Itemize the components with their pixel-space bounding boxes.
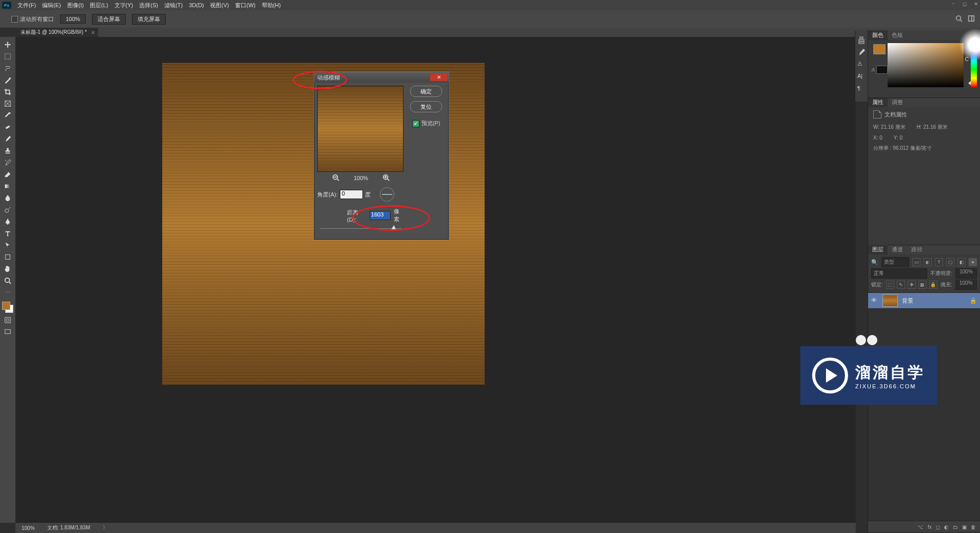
filter-type-icon[interactable]: T (935, 258, 943, 266)
layer-group-icon[interactable]: 🗀 (953, 524, 958, 530)
menu-3d[interactable]: 3D(D) (186, 1, 207, 9)
layer-lock-icon[interactable]: 🔒 (970, 298, 977, 304)
menu-select[interactable]: 选择(S) (136, 1, 161, 10)
heal-tool-icon[interactable] (2, 123, 13, 132)
document-tab[interactable]: 未标题-1 @ 100%(RGB/8#) * ✕ (15, 28, 98, 37)
lock-pixels-icon[interactable]: ✎ (897, 281, 905, 289)
frame-tool-icon[interactable] (2, 99, 13, 108)
brush-panel-icon[interactable] (857, 48, 866, 56)
filter-pixel-icon[interactable]: ▭ (912, 258, 920, 266)
fit-screen-button[interactable]: 适合屏幕 (92, 14, 126, 25)
color-foreground-swatch[interactable] (873, 44, 886, 54)
zoom-out-icon[interactable] (332, 174, 339, 182)
screenmode-icon[interactable] (2, 327, 13, 337)
distance-slider[interactable] (320, 225, 401, 232)
search-layers-icon[interactable]: 🔍 (871, 259, 878, 266)
tab-layers[interactable]: 图层 (868, 245, 888, 254)
path-select-icon[interactable] (2, 241, 13, 250)
menu-image[interactable]: 图像(I) (64, 1, 87, 10)
lasso-tool-icon[interactable] (2, 64, 13, 73)
scroll-all-checkbox[interactable]: 滚动所有窗口 (11, 15, 54, 23)
filter-toggle-icon[interactable]: ● (969, 258, 977, 266)
menu-help[interactable]: 帮助(H) (259, 1, 284, 10)
new-layer-icon[interactable]: ▣ (962, 524, 967, 530)
menu-filter[interactable]: 滤镜(T) (161, 1, 186, 10)
lock-all-icon[interactable]: ⬚ (886, 281, 894, 289)
angle-input[interactable]: 0 (340, 190, 363, 199)
hand-tool2-icon[interactable] (2, 264, 13, 273)
link-layers-icon[interactable]: ⌥ (917, 524, 924, 530)
stamp-tool-icon[interactable] (2, 146, 13, 155)
tab-paths[interactable]: 路径 (907, 245, 927, 254)
more-tools-icon[interactable]: ⋯ (2, 288, 13, 297)
visibility-icon[interactable]: 👁 (871, 297, 878, 304)
angle-wheel[interactable] (380, 187, 394, 202)
window-maximize-icon[interactable]: ◻ (962, 1, 968, 7)
lock-artboard-icon[interactable]: ▦ (918, 281, 927, 289)
preview-checkbox[interactable]: ✔ 预览(P) (412, 120, 440, 127)
status-arrow-icon[interactable]: 〉 (103, 524, 108, 531)
menu-type[interactable]: 文字(Y) (111, 1, 137, 10)
window-close-icon[interactable]: ✕ (973, 1, 979, 7)
crop-tool-icon[interactable] (2, 87, 13, 96)
layer-style-icon[interactable]: fx (928, 524, 932, 530)
zoom-in-icon[interactable] (382, 174, 390, 182)
distance-input[interactable]: 1603 (370, 211, 391, 220)
menu-view[interactable]: 视图(V) (207, 1, 232, 10)
reset-button[interactable]: 复位 (410, 101, 442, 112)
layer-mask-icon[interactable]: ◻ (936, 524, 940, 530)
dialog-close-button[interactable]: ✕ (430, 73, 448, 81)
workspace-icon[interactable] (968, 15, 975, 23)
menu-edit[interactable]: 编辑(E) (39, 1, 64, 10)
wand-tool-icon[interactable] (2, 75, 13, 85)
eraser-tool-icon[interactable] (2, 170, 13, 179)
search-icon[interactable] (955, 15, 963, 23)
eyedropper-tool-icon[interactable] (2, 111, 13, 120)
char-panel-icon[interactable]: A| (857, 73, 866, 81)
color-background-swatch[interactable] (876, 66, 888, 74)
color-field[interactable] (888, 43, 964, 87)
tab-channels[interactable]: 通道 (888, 245, 907, 254)
dialog-titlebar[interactable]: 动感模糊 ✕ (314, 72, 449, 83)
shape-tool-icon[interactable] (2, 252, 13, 262)
fill-screen-button[interactable]: 填充屏幕 (132, 14, 166, 25)
slider-handle-icon[interactable] (391, 225, 396, 230)
para-panel-icon[interactable]: ¶ (857, 85, 866, 93)
dialog-preview[interactable] (317, 86, 403, 172)
blur-tool-icon[interactable] (2, 193, 13, 203)
warn-panel-icon[interactable]: ⚠ (857, 61, 866, 69)
zoom-field[interactable]: 100% (60, 14, 86, 24)
tab-swatches[interactable]: 色板 (888, 30, 907, 40)
tab-adjustments[interactable]: 调整 (888, 97, 907, 107)
zoom-tool-icon[interactable] (2, 276, 13, 285)
close-tab-icon[interactable]: ✕ (91, 30, 95, 35)
adjustment-layer-icon[interactable]: ◐ (944, 524, 949, 530)
menu-layer[interactable]: 图层(L) (87, 1, 111, 10)
fill-field[interactable]: 100% (955, 280, 977, 290)
quickmask-icon[interactable] (2, 315, 13, 325)
lock-lock-icon[interactable]: 🔒 (929, 281, 937, 289)
filter-smart-icon[interactable]: ◧ (957, 258, 966, 266)
color-swatches[interactable] (2, 302, 13, 313)
window-minimize-icon[interactable]: － (950, 1, 956, 7)
gradient-tool-icon[interactable] (2, 182, 13, 191)
marquee-tool-icon[interactable] (2, 52, 13, 61)
lock-position-icon[interactable]: ✥ (908, 281, 916, 289)
menu-file[interactable]: 文件(F) (14, 1, 39, 10)
menu-window[interactable]: 窗口(W) (232, 1, 259, 10)
ok-button[interactable]: 确定 (410, 86, 442, 97)
history-panel-icon[interactable] (857, 36, 866, 44)
opacity-field[interactable]: 100% (955, 268, 977, 279)
brush-tool-icon[interactable] (2, 134, 13, 144)
history-brush-icon[interactable] (2, 158, 13, 167)
blend-mode-select[interactable]: 正常 (871, 268, 927, 279)
filter-shape-icon[interactable]: ▢ (946, 258, 954, 266)
layer-filter-kind[interactable]: 类型 (881, 257, 909, 267)
tab-color[interactable]: 颜色 (868, 30, 888, 40)
pen-tool-icon[interactable] (2, 217, 13, 226)
layer-row[interactable]: 👁 背景 🔒 (868, 292, 980, 309)
filter-adjust-icon[interactable]: ◐ (924, 258, 932, 266)
tab-properties[interactable]: 属性 (868, 97, 888, 107)
type-tool-icon[interactable] (2, 229, 13, 238)
dodge-tool-icon[interactable] (2, 205, 13, 214)
